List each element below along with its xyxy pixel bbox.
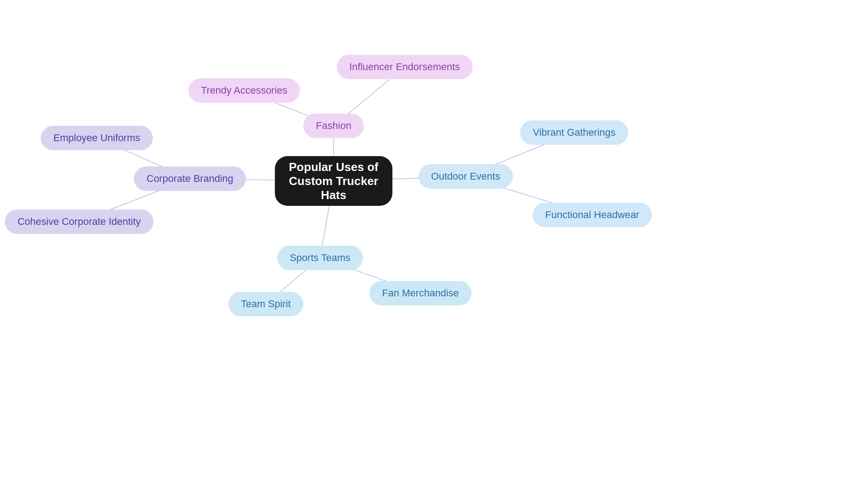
node-fan-merchandise: Fan Merchandise bbox=[369, 281, 472, 305]
label-vibrant-gatherings: Vibrant Gatherings bbox=[533, 127, 615, 138]
label-trendy-accessories: Trendy Accessories bbox=[201, 85, 287, 96]
label-influencer-endorsements: Influencer Endorsements bbox=[349, 61, 460, 73]
label-fashion: Fashion bbox=[316, 120, 351, 132]
node-functional-headwear: Functional Headwear bbox=[533, 203, 652, 227]
node-cohesive-corporate-identity: Cohesive Corporate Identity bbox=[5, 209, 154, 234]
label-fan-merchandise: Fan Merchandise bbox=[382, 287, 459, 299]
label-sports-teams: Sports Teams bbox=[290, 252, 350, 264]
mind-map: Popular Uses of Custom Trucker Hats Tren… bbox=[0, 0, 868, 490]
center-label: Popular Uses of Custom Trucker Hats bbox=[288, 160, 380, 202]
node-employee-uniforms: Employee Uniforms bbox=[41, 126, 153, 150]
node-influencer-endorsements: Influencer Endorsements bbox=[337, 55, 473, 79]
center-node: Popular Uses of Custom Trucker Hats bbox=[275, 156, 392, 206]
label-cohesive-corporate-identity: Cohesive Corporate Identity bbox=[18, 216, 141, 228]
label-functional-headwear: Functional Headwear bbox=[545, 209, 639, 221]
node-corporate-branding: Corporate Branding bbox=[134, 167, 246, 191]
label-employee-uniforms: Employee Uniforms bbox=[53, 132, 140, 144]
node-outdoor-events: Outdoor Events bbox=[419, 164, 513, 189]
node-sports-teams: Sports Teams bbox=[277, 246, 363, 270]
label-corporate-branding: Corporate Branding bbox=[146, 173, 233, 185]
node-trendy-accessories: Trendy Accessories bbox=[188, 78, 300, 103]
label-outdoor-events: Outdoor Events bbox=[431, 171, 500, 182]
node-vibrant-gatherings: Vibrant Gatherings bbox=[520, 120, 628, 145]
label-team-spirit: Team Spirit bbox=[241, 298, 291, 310]
node-fashion: Fashion bbox=[303, 114, 364, 138]
node-team-spirit: Team Spirit bbox=[228, 292, 303, 316]
